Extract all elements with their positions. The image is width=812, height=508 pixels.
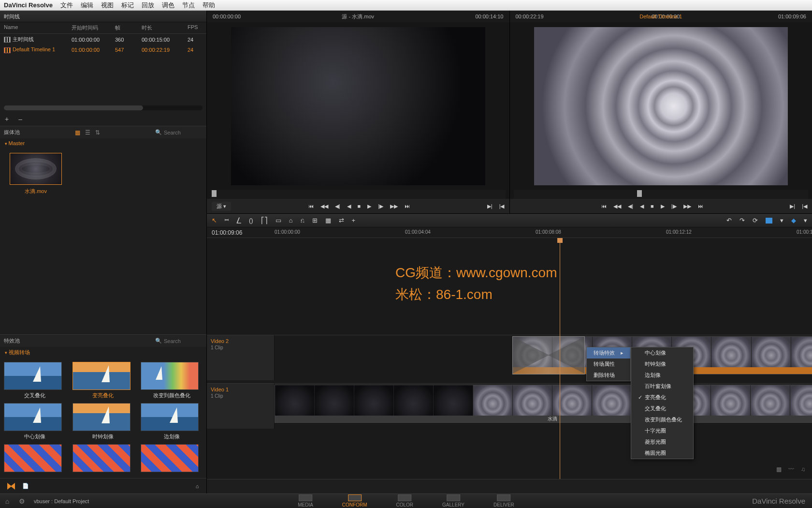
fx-item[interactable]: 交叉叠化 xyxy=(4,362,66,399)
transport-button[interactable]: ■ xyxy=(358,203,361,209)
fx-thumbnail[interactable] xyxy=(72,403,130,431)
page-conform[interactable]: CONFORM xyxy=(342,494,367,508)
fx-thumbnail[interactable] xyxy=(141,444,199,472)
waveform-icon[interactable]: 〰 xyxy=(788,466,794,473)
context-menu[interactable]: 转场特效▸转场属性删除转场 xyxy=(586,347,631,381)
page-color[interactable]: COLOR xyxy=(396,494,414,508)
menu-edit[interactable]: 编辑 xyxy=(81,1,93,10)
list-view-icon[interactable]: ☰ xyxy=(85,129,90,136)
transport-button[interactable]: |▶ xyxy=(378,203,383,209)
menu-help[interactable]: 帮助 xyxy=(203,1,215,10)
page-deliver[interactable]: DELIVER xyxy=(493,494,514,508)
menu-item[interactable]: 删除转场 xyxy=(587,370,630,381)
inout-button[interactable]: |◀ xyxy=(499,203,505,209)
transport-button[interactable]: |▶ xyxy=(671,203,677,209)
slide-tool[interactable]: ⎡⎤ xyxy=(261,217,268,224)
fit-tool[interactable]: ⊞ xyxy=(312,217,318,224)
timeline-row[interactable]: Default Timeline 1 01:00:00:00 547 00:00… xyxy=(0,45,206,55)
transport-button[interactable]: ▶▶ xyxy=(390,203,398,209)
inout-button[interactable]: |◀ xyxy=(802,203,807,209)
col-frames[interactable]: 帧 xyxy=(115,24,142,31)
media-clip[interactable]: 水滴.mov xyxy=(10,153,62,195)
undo-button[interactable]: ↶ xyxy=(726,217,732,224)
menu-item[interactable]: 菱形光圈 xyxy=(631,436,693,448)
context-submenu[interactable]: 中心划像时钟划像边划像百叶窗划像✓变亮叠化交叉叠化改变到颜色叠化十字光圈菱形光圈… xyxy=(631,347,694,459)
menu-item[interactable]: 时钟划像 xyxy=(631,359,693,370)
transport-button[interactable]: ▶ xyxy=(661,203,665,209)
filter-icon[interactable]: ⇅ xyxy=(95,129,100,136)
menu-file[interactable]: 文件 xyxy=(60,1,73,10)
fx-thumbnail[interactable] xyxy=(141,403,199,431)
home-icon[interactable]: ⌂ xyxy=(193,482,202,491)
plus-tool[interactable]: + xyxy=(352,217,356,224)
menu-mark[interactable]: 标记 xyxy=(121,1,134,10)
inout-button[interactable]: ▶| xyxy=(487,203,493,209)
fx-thumbnail[interactable] xyxy=(72,362,130,390)
track-header-v2[interactable]: Video 2 1 Clip xyxy=(207,335,275,380)
settings-button[interactable]: ⚙ xyxy=(14,497,29,505)
menu-item[interactable]: 交叉叠化 xyxy=(631,403,693,414)
timeline-ruler[interactable]: 01:00:09:06 01:00:00:0001:00:04:0401:00:… xyxy=(207,227,812,238)
clip-v1[interactable]: 水滴 xyxy=(275,385,812,423)
media-search-input[interactable] xyxy=(164,130,203,135)
transport-button[interactable]: ▶▶ xyxy=(683,203,691,209)
inout-button[interactable]: ▶| xyxy=(790,203,795,209)
menu-item[interactable]: 椭圆光圈 xyxy=(631,448,693,459)
menu-item[interactable]: 百叶窗划像 xyxy=(631,381,693,392)
home-button[interactable]: ⌂ xyxy=(0,497,14,505)
transport-button[interactable]: ⏮ xyxy=(601,203,607,209)
transition[interactable] xyxy=(512,336,585,374)
menu-item[interactable]: 十字光圈 xyxy=(631,425,693,436)
timeline-list-scrollbar[interactable] xyxy=(4,105,203,110)
fx-item[interactable] xyxy=(4,444,66,474)
audio-icon[interactable]: ♫ xyxy=(801,466,805,473)
transport-button[interactable]: ◀| xyxy=(335,203,340,209)
page-media[interactable]: MEDIA xyxy=(298,494,313,508)
fx-search-input[interactable] xyxy=(164,338,203,344)
src-scrubber[interactable] xyxy=(211,190,506,199)
menu-view[interactable]: 视图 xyxy=(101,1,114,10)
fx-item[interactable]: 边划像 xyxy=(141,403,203,440)
page-gallery[interactable]: GALLERY xyxy=(442,494,464,508)
add-timeline-button[interactable]: + xyxy=(5,115,9,123)
redo-button[interactable]: ↷ xyxy=(740,217,745,224)
transport-button[interactable]: ⏭ xyxy=(405,203,410,209)
fx-thumbnail[interactable] xyxy=(72,444,130,472)
clip-thumbnail[interactable] xyxy=(10,153,62,185)
transport-button[interactable]: ⏭ xyxy=(698,203,703,209)
arrow-tool[interactable]: ↖ xyxy=(212,217,217,224)
menu-color[interactable]: 调色 xyxy=(162,1,174,10)
fx-thumbnail[interactable] xyxy=(4,403,62,431)
col-fps[interactable]: FPS xyxy=(188,24,207,31)
track-header-v1[interactable]: Video 1 1 Clip xyxy=(207,383,275,429)
menu-item[interactable]: 中心划像 xyxy=(631,347,693,359)
menu-playback[interactable]: 回放 xyxy=(142,1,154,10)
fx-item[interactable]: 时钟划像 xyxy=(72,403,134,440)
fx-category[interactable]: 视频转场 xyxy=(0,347,206,358)
fx-thumbnail[interactable] xyxy=(141,362,199,390)
fx-thumbnail[interactable] xyxy=(4,362,62,390)
transport-button[interactable]: ◀◀ xyxy=(320,203,328,209)
flag-icon[interactable] xyxy=(766,218,772,224)
col-dur[interactable]: 时长 xyxy=(142,24,188,31)
timeline-body[interactable]: CG频道：www.cgown.com 米松：86-1.com Video 2 1… xyxy=(207,238,812,479)
transport-button[interactable]: ⏮ xyxy=(308,203,314,209)
menu-item[interactable]: 边划像 xyxy=(631,370,693,381)
bowtie-icon[interactable] xyxy=(5,482,14,491)
transport-button[interactable]: ◀◀ xyxy=(613,203,621,209)
refresh-button[interactable]: ⟳ xyxy=(753,217,758,224)
rec-display[interactable] xyxy=(534,27,788,185)
playhead[interactable] xyxy=(560,238,560,479)
transport-button[interactable]: ▶ xyxy=(367,203,371,209)
ripple-tool[interactable]: ⎳ xyxy=(236,217,241,224)
src-mode-label[interactable]: 源 ▾ xyxy=(212,202,231,211)
menu-node[interactable]: 节点 xyxy=(182,1,195,10)
menu-item[interactable]: 改变到颜色叠化 xyxy=(631,414,693,425)
timeline-row[interactable]: 主时间线 01:00:00:00 360 00:00:15:00 24 xyxy=(0,34,206,45)
remove-timeline-button[interactable]: – xyxy=(18,115,22,123)
src-display[interactable] xyxy=(231,27,485,185)
insert-tool[interactable]: ▭ xyxy=(276,217,281,224)
menu-item[interactable]: 转场属性 xyxy=(587,359,630,370)
thumbnails-icon[interactable]: ▦ xyxy=(776,466,782,473)
fx-thumbnail[interactable] xyxy=(4,444,62,472)
